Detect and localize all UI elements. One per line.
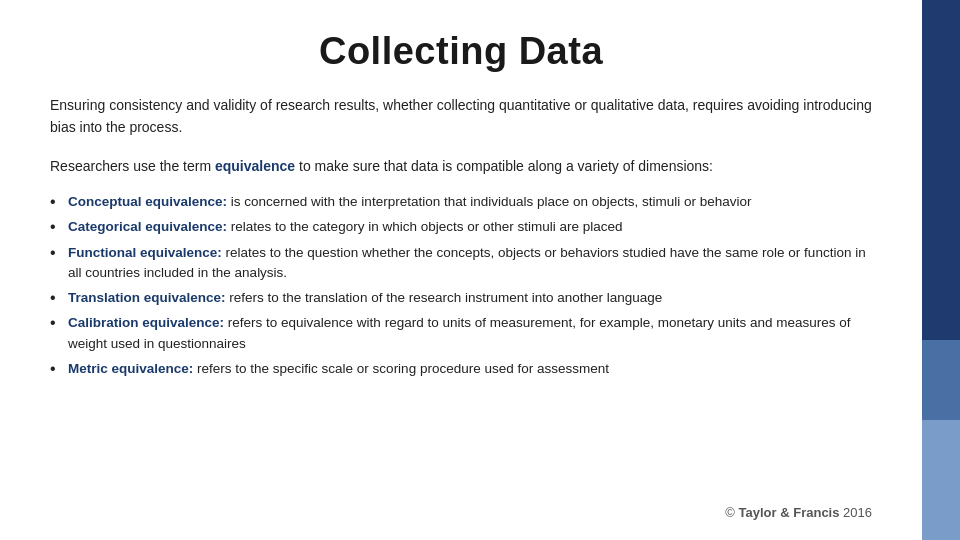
bullet-term-conceptual: Conceptual equivalence: bbox=[68, 194, 227, 209]
bullet-item-translation: Translation equivalence: refers to the t… bbox=[50, 288, 872, 308]
equivalence-intro: Researchers use the term equivalence to … bbox=[50, 156, 872, 178]
footer-publisher: Taylor & Francis bbox=[739, 505, 840, 520]
slide-container: Collecting Data Ensuring consistency and… bbox=[0, 0, 960, 540]
bullet-term-translation: Translation equivalence: bbox=[68, 290, 226, 305]
bullet-term-categorical: Categorical equivalence: bbox=[68, 219, 227, 234]
bullet-term-metric: Metric equivalence: bbox=[68, 361, 193, 376]
sidebar-mid-block bbox=[922, 340, 960, 420]
sidebar-decoration bbox=[922, 0, 960, 540]
sidebar-top-block bbox=[922, 0, 960, 340]
intro-paragraph: Ensuring consistency and validity of res… bbox=[50, 95, 872, 138]
sidebar-bottom-block bbox=[922, 420, 960, 540]
bullet-item-calibration: Calibration equivalence: refers to equiv… bbox=[50, 313, 872, 354]
bullet-item-conceptual: Conceptual equivalence: is concerned wit… bbox=[50, 192, 872, 212]
footer: © Taylor & Francis 2016 bbox=[50, 495, 872, 520]
bullet-term-functional: Functional equivalence: bbox=[68, 245, 222, 260]
bullet-item-metric: Metric equivalence: refers to the specif… bbox=[50, 359, 872, 379]
bullet-term-calibration: Calibration equivalence: bbox=[68, 315, 224, 330]
equivalence-term: equivalence bbox=[215, 158, 295, 174]
bullet-item-categorical: Categorical equivalence: relates to the … bbox=[50, 217, 872, 237]
main-content: Collecting Data Ensuring consistency and… bbox=[0, 0, 922, 540]
bullet-list: Conceptual equivalence: is concerned wit… bbox=[50, 192, 872, 384]
bullet-item-functional: Functional equivalence: relates to the q… bbox=[50, 243, 872, 284]
slide-title: Collecting Data bbox=[50, 30, 872, 73]
